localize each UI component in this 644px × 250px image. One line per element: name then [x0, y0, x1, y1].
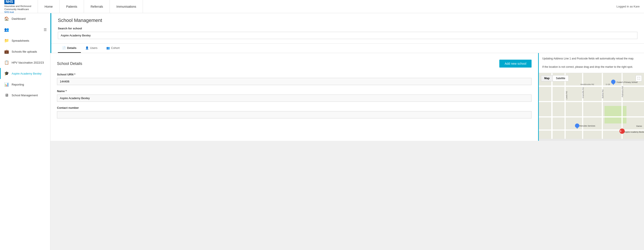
tab-details[interactable]: 📄 Details: [58, 44, 81, 53]
urn-input[interactable]: [57, 78, 532, 85]
map-svg: Lewis Rd Granville Rd Bethel Rd Palmeira…: [539, 73, 644, 139]
urn-label: School URN *: [57, 73, 532, 76]
nav-home[interactable]: Home: [38, 0, 60, 13]
tab-cohort[interactable]: 👥 Cohort: [102, 44, 124, 53]
panel-title: School Details: [57, 62, 82, 66]
school-mgmt-title: School Management: [58, 18, 638, 23]
svg-text:Foster's Primary School: Foster's Primary School: [616, 81, 638, 83]
nav-patients[interactable]: Patients: [60, 0, 84, 13]
chart-icon: 📊: [4, 82, 9, 87]
cohort-tab-label: Cohort: [111, 46, 120, 50]
logged-in-label: Logged in as Kare: [616, 5, 640, 8]
main-layout: 🏠 Dashboard 👥 ☰ 📁 Spreadsheets 💼 Schools…: [0, 13, 644, 250]
home-icon: 🏠: [4, 16, 9, 21]
sidebar-item-spreadsheets[interactable]: 📁 Spreadsheets: [0, 35, 50, 46]
name-label: Name *: [57, 90, 532, 93]
sidebar-item-aspire-label: Aspire Academy Bexley: [12, 72, 42, 75]
school-details-panel: School Details Add new school School URN…: [50, 53, 539, 141]
contact-field-group: Contact number: [57, 106, 532, 118]
svg-text:S Glt: S Glt: [606, 83, 610, 86]
details-tab-label: Details: [67, 46, 76, 50]
svg-text:Lewis Rd: Lewis Rd: [566, 91, 568, 99]
sidebar-item-reporting[interactable]: 📊 Reporting: [0, 79, 50, 90]
details-content: School Details Add new school School URN…: [50, 53, 644, 141]
sidebar-item-school-management[interactable]: 🖥 School Management: [0, 90, 50, 101]
graduation-icon: 🎓: [4, 71, 9, 76]
sidebar-item-schools-file-uploads[interactable]: 💼 Schools file uploads: [0, 46, 50, 57]
tab-users[interactable]: 👤 Users: [81, 44, 102, 53]
monitor-icon: 🖥: [4, 93, 9, 98]
map-info-text: Updating Address Line 1 and Postcode fie…: [539, 53, 644, 73]
satellite-view-button[interactable]: Satellite: [553, 76, 568, 81]
map-expand-button[interactable]: ⛶: [636, 75, 642, 81]
sidebar-item-spreadsheets-label: Spreadsheets: [12, 39, 29, 42]
sidebar-item-aspire-academy[interactable]: 🎓 Aspire Academy Bexley: [0, 68, 50, 79]
svg-text:Westbrooke Rd: Westbrooke Rd: [580, 83, 594, 86]
patients-icon: 👥: [4, 27, 9, 32]
folder-icon: 📁: [4, 38, 9, 43]
map-view-button[interactable]: Map: [541, 76, 553, 81]
svg-text:Bethel Rd: Bethel Rd: [602, 90, 604, 98]
sidebar: 🏠 Dashboard 👥 ☰ 📁 Spreadsheets 💼 Schools…: [0, 13, 50, 250]
svg-rect-1: [604, 106, 626, 124]
search-label: Search for school: [58, 27, 638, 30]
nav-referrals[interactable]: Referrals: [84, 0, 110, 13]
svg-text:Hercules Services: Hercules Services: [579, 125, 595, 127]
map-controls: Map Satellite: [541, 75, 568, 81]
contact-input[interactable]: [57, 111, 532, 118]
svg-text:Granville Rd: Granville Rd: [582, 87, 584, 98]
name-input[interactable]: [57, 94, 532, 102]
sidebar-item-reporting-label: Reporting: [12, 83, 24, 86]
details-tab-icon: 📄: [62, 46, 66, 50]
nhs-logo-box: NHS: [4, 0, 14, 4]
top-nav: NHS Hounslow and Richmond Community Heal…: [0, 0, 644, 13]
sidebar-item-patients[interactable]: 👥 ☰: [0, 24, 50, 35]
panel-header: School Details Add new school: [57, 60, 532, 68]
map-container[interactable]: Map Satellite ⛶: [539, 73, 644, 139]
add-new-school-button[interactable]: Add new school: [499, 60, 532, 68]
users-tab-label: Users: [90, 46, 98, 50]
svg-text:Danso: Danso: [636, 125, 642, 127]
sidebar-item-hpv-label: HPV Vaccination 2022/23: [12, 61, 44, 64]
users-tab-icon: 👤: [85, 46, 89, 50]
search-input[interactable]: [58, 32, 638, 39]
tabs-bar: 📄 Details 👤 Users 👥 Cohort: [51, 44, 644, 53]
trust-name: Hounslow and Richmond Community Healthca…: [4, 4, 31, 14]
nav-immunisations[interactable]: Immunisations: [110, 0, 143, 13]
school-mgmt-header-inner: School Management Search for school: [51, 13, 644, 44]
nhs-logo: NHS Hounslow and Richmond Community Heal…: [4, 0, 31, 14]
sidebar-item-dashboard[interactable]: 🏠 Dashboard: [0, 13, 50, 24]
school-management-header: School Management Search for school 📄 De…: [50, 13, 644, 53]
nav-links: Home Patients Referrals Immunisations: [38, 0, 143, 13]
sidebar-item-hpv-vaccination[interactable]: 📋 HPV Vaccination 2022/23: [0, 57, 50, 68]
briefcase-icon: 💼: [4, 49, 9, 54]
svg-text:Palmeira Rd: Palmeira Rd: [622, 86, 624, 97]
map-panel: Updating Address Line 1 and Postcode fie…: [539, 53, 644, 141]
name-field-group: Name *: [57, 90, 532, 102]
sidebar-item-school-mgmt-label: School Management: [12, 94, 38, 97]
sidebar-item-schools-file-uploads-label: Schools file uploads: [12, 50, 37, 53]
clipboard-icon: 📋: [4, 60, 9, 65]
hamburger-icon[interactable]: ☰: [44, 28, 47, 32]
cohort-tab-icon: 👥: [106, 46, 110, 50]
contact-label: Contact number: [57, 106, 532, 110]
svg-text:S: S: [620, 130, 622, 132]
content-area: School Management Search for school 📄 De…: [50, 13, 644, 250]
svg-text:Aspire Academy Bexley: Aspire Academy Bexley: [624, 131, 644, 133]
sidebar-item-dashboard-label: Dashboard: [12, 17, 26, 20]
urn-field-group: School URN *: [57, 73, 532, 85]
